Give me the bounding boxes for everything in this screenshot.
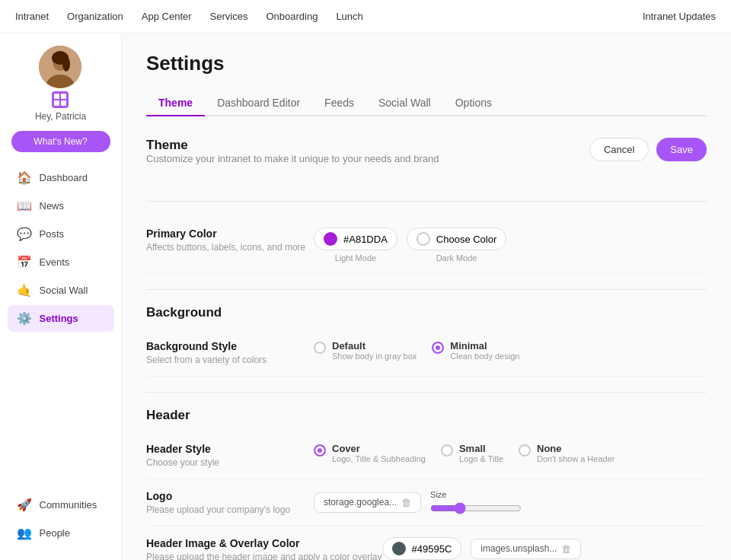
sidebar-item-people[interactable]: 👥 People (8, 520, 114, 546)
primary-color-row: Primary Color Affects buttons, labels, i… (146, 217, 707, 274)
background-default-radio[interactable] (314, 342, 326, 354)
header-small-text: Small Logo & Title (459, 443, 503, 463)
sidebar-label-settings: Settings (40, 313, 78, 324)
header-none-sublabel: Don't show a Header (537, 454, 614, 463)
logo-file-button[interactable]: storage.googlea... 🗑 (314, 492, 421, 513)
background-style-label-group: Background Style Select from a variety o… (146, 340, 314, 365)
nav-services[interactable]: Services (210, 11, 248, 22)
avatar (39, 46, 81, 88)
light-mode-color-button[interactable]: #A81DDA (314, 228, 397, 250)
background-minimal-text: Minimal Clean body design (450, 340, 519, 361)
tab-feeds[interactable]: Feeds (312, 91, 366, 116)
header-style-row: Header Style Choose your style Cover Log… (146, 432, 707, 479)
background-default-label: Default (332, 340, 417, 352)
logo-filename: storage.googlea... (324, 497, 397, 508)
top-navigation: Intranet Organization App Center Service… (0, 0, 731, 33)
header-cover-radio[interactable] (314, 444, 326, 457)
social-wall-icon: 🤙 (17, 283, 32, 298)
header-style-controls: Cover Logo, Title & Subheading Small Log… (314, 443, 707, 463)
dark-mode-color-col: Choose Color Dark Mode (407, 228, 507, 262)
background-minimal-radio[interactable] (432, 342, 444, 354)
background-default-sublabel: Show body in gray box (332, 352, 417, 361)
header-image-filename: images.unsplash... (480, 543, 557, 554)
overlay-color-dot (392, 542, 406, 555)
tab-social-wall[interactable]: Social Wall (366, 91, 443, 116)
size-slider[interactable] (430, 502, 522, 514)
sidebar-label-news: News (40, 200, 65, 212)
posts-icon: 💬 (17, 227, 32, 241)
nav-app-center[interactable]: App Center (142, 11, 192, 22)
background-section-title: Background (146, 305, 707, 320)
size-label: Size (430, 490, 522, 499)
header-image-trash-icon[interactable]: 🗑 (561, 543, 571, 555)
background-minimal-label: Minimal (450, 340, 519, 352)
dark-mode-label: Dark Mode (436, 253, 477, 262)
header-small-label: Small (459, 443, 503, 454)
logo-controls: storage.googlea... 🗑 Size (314, 490, 707, 514)
header-image-overlay-row: Header Image & Overlay Color Please uplo… (146, 527, 707, 560)
light-mode-label: Light Mode (335, 253, 376, 262)
header-image-label-group: Header Image & Overlay Color Please uplo… (146, 537, 382, 560)
communities-icon: 🚀 (17, 498, 32, 512)
background-minimal-option[interactable]: Minimal Clean body design (432, 340, 519, 361)
section-title: Theme (146, 138, 439, 153)
header-image-desc: Please upload the header image and apply… (146, 552, 382, 560)
logo-desc: Please upload your company's logo (146, 504, 314, 515)
sidebar-item-posts[interactable]: 💬 Posts (8, 221, 114, 247)
primary-color-label-group: Primary Color Affects buttons, labels, i… (146, 228, 314, 253)
dark-mode-color-button[interactable]: Choose Color (407, 228, 507, 250)
sidebar-item-communities[interactable]: 🚀 Communities (8, 492, 114, 518)
header-cover-label: Cover (332, 443, 426, 454)
sidebar-label-social-wall: Social Wall (40, 285, 88, 296)
sidebar-item-social-wall[interactable]: 🤙 Social Wall (8, 277, 114, 304)
background-style-controls: Default Show body in gray box Minimal Cl… (314, 340, 707, 361)
settings-tabs: Theme Dashboard Editor Feeds Social Wall… (146, 91, 707, 116)
user-profile-section: Hey, Patricia (35, 46, 86, 122)
nav-intranet[interactable]: Intranet (15, 11, 49, 22)
primary-color-controls: #A81DDA Light Mode Choose Color Dark Mod… (314, 228, 707, 262)
divider-3 (146, 392, 707, 393)
tab-options[interactable]: Options (443, 91, 504, 116)
header-cover-sublabel: Logo, Title & Subheading (332, 454, 426, 463)
header-none-text: None Don't show a Header (537, 443, 614, 463)
sidebar-item-settings[interactable]: ⚙️ Settings (8, 305, 114, 332)
section-title-group: Theme Customize your intranet to make it… (146, 138, 439, 177)
news-icon: 📖 (17, 199, 32, 213)
background-style-desc: Select from a variety of colors (146, 355, 314, 365)
nav-lunch[interactable]: Lunch (336, 11, 362, 22)
tab-dashboard-editor[interactable]: Dashboard Editor (205, 91, 312, 116)
tab-theme[interactable]: Theme (146, 91, 205, 116)
header-small-option[interactable]: Small Logo & Title (441, 443, 503, 463)
header-section-title: Header (146, 408, 707, 423)
cancel-button[interactable]: Cancel (589, 138, 649, 161)
sidebar-label-dashboard: Dashboard (40, 172, 88, 183)
overlay-color-button[interactable]: #49595C (382, 537, 462, 560)
settings-icon: ⚙️ (17, 311, 32, 326)
sidebar-item-news[interactable]: 📖 News (8, 192, 114, 219)
background-default-option[interactable]: Default Show body in gray box (314, 340, 417, 361)
sidebar-label-communities: Communities (40, 499, 97, 511)
header-none-option[interactable]: None Don't show a Header (519, 443, 614, 463)
light-mode-color-col: #A81DDA Light Mode (314, 228, 397, 262)
action-buttons: Cancel Save (589, 138, 707, 161)
nav-intranet-updates[interactable]: Intranet Updates (643, 11, 716, 22)
whats-new-button[interactable]: What's New? (11, 131, 110, 152)
header-image-file-button[interactable]: images.unsplash... 🗑 (471, 539, 581, 559)
header-none-label: None (537, 443, 614, 454)
sidebar-label-people: People (40, 527, 70, 539)
nav-organization[interactable]: Organization (67, 11, 123, 22)
dark-mode-color-label: Choose Color (436, 234, 497, 245)
header-none-radio[interactable] (519, 444, 531, 457)
section-header: Theme Customize your intranet to make it… (146, 138, 707, 177)
header-cover-option[interactable]: Cover Logo, Title & Subheading (314, 443, 426, 463)
save-button[interactable]: Save (656, 138, 707, 161)
nav-onboarding[interactable]: Onboarding (266, 11, 318, 22)
section-desc: Customize your intranet to make it uniqu… (146, 153, 439, 164)
logo-trash-icon[interactable]: 🗑 (401, 497, 411, 508)
dashboard-icon: 🏠 (17, 170, 32, 185)
background-default-text: Default Show body in gray box (332, 340, 417, 361)
header-style-title: Header Style (146, 443, 314, 455)
sidebar-item-events[interactable]: 📅 Events (8, 249, 114, 275)
header-small-radio[interactable] (441, 444, 453, 457)
sidebar-item-dashboard[interactable]: 🏠 Dashboard (8, 164, 114, 191)
